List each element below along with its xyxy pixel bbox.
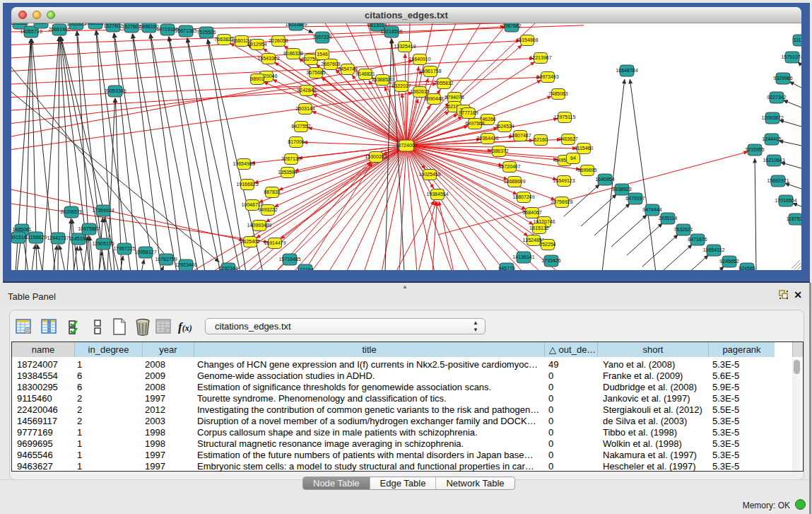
svg-text:19654985: 19654985 (233, 161, 254, 166)
svg-text:9493222: 9493222 (258, 207, 277, 212)
svg-text:11123: 11123 (794, 37, 801, 42)
svg-text:9227342: 9227342 (767, 95, 786, 100)
svg-text:7632621: 7632621 (673, 227, 693, 232)
svg-text:62160: 62160 (534, 137, 548, 142)
svg-text:10654112: 10654112 (703, 247, 725, 252)
svg-text:8938923: 8938923 (612, 187, 631, 192)
svg-text:20756928: 20756928 (551, 199, 572, 204)
svg-text:924565: 924565 (739, 266, 755, 270)
svg-text:9242848: 9242848 (297, 88, 316, 93)
svg-text:64: 64 (570, 156, 576, 160)
svg-text:18640910: 18640910 (408, 57, 430, 62)
svg-text:15720407: 15720407 (498, 164, 520, 169)
svg-text:9115460: 9115460 (575, 146, 594, 151)
svg-text:1145194: 1145194 (69, 236, 88, 241)
svg-text:8186328: 8186328 (283, 51, 302, 56)
svg-text:117164: 117164 (298, 267, 314, 270)
svg-text:9146821: 9146821 (355, 71, 375, 76)
svg-text:17359924: 17359924 (92, 208, 114, 213)
svg-text:9463627: 9463627 (558, 136, 577, 141)
svg-text:2087682: 2087682 (502, 23, 521, 28)
svg-text:16549123: 16549123 (553, 178, 575, 183)
svg-text:12213967: 12213967 (529, 55, 551, 60)
svg-text:1362615: 1362615 (410, 89, 429, 94)
svg-text:2667608: 2667608 (321, 62, 340, 66)
svg-text:20206576: 20206576 (60, 209, 82, 214)
svg-text:10975867: 10975867 (78, 226, 100, 231)
svg-text:16914479: 16914479 (264, 240, 286, 245)
svg-text:7515526: 7515526 (196, 30, 216, 35)
svg-text:15716485: 15716485 (278, 257, 300, 262)
svg-text:19166825: 19166825 (236, 182, 258, 187)
svg-text:17957225: 17957225 (113, 246, 135, 251)
svg-text:8427552: 8427552 (291, 124, 310, 129)
svg-text:6479197: 6479197 (625, 196, 645, 201)
svg-text:1527602: 1527602 (103, 23, 122, 28)
svg-text:9329966: 9329966 (773, 76, 792, 81)
svg-text:16033809: 16033809 (285, 23, 307, 27)
svg-text:7663822: 7663822 (214, 37, 233, 42)
svg-text:7386372: 7386372 (489, 148, 508, 153)
svg-text:7625402: 7625402 (240, 239, 259, 244)
svg-text:1527602: 1527602 (122, 24, 141, 29)
svg-text:11156829: 11156829 (25, 235, 47, 240)
svg-text:19384554: 19384554 (426, 192, 448, 197)
svg-text:1546: 1546 (317, 52, 328, 57)
svg-text:10688609: 10688609 (503, 179, 525, 184)
svg-text:9245652: 9245652 (719, 259, 739, 264)
svg-text:16648784: 16648784 (616, 68, 637, 73)
svg-text:19218506: 19218506 (380, 29, 402, 34)
svg-text:1353594: 1353594 (278, 170, 297, 175)
svg-text:20691406: 20691406 (48, 27, 70, 32)
svg-text:12093872: 12093872 (761, 115, 783, 120)
svg-text:16671385: 16671385 (175, 28, 196, 33)
svg-text:15300283: 15300283 (365, 154, 387, 159)
svg-text:10958127: 10958127 (134, 250, 156, 255)
svg-text:12975115: 12975115 (554, 115, 576, 119)
svg-text:9474444: 9474444 (642, 207, 661, 212)
svg-text:7357224: 7357224 (312, 35, 331, 40)
svg-text:13325419: 13325419 (394, 44, 416, 49)
svg-text:16961758: 16961758 (419, 69, 441, 74)
svg-text:817006: 817006 (288, 139, 304, 144)
svg-text:391514: 391514 (11, 235, 27, 240)
svg-text:2935114: 2935114 (659, 216, 678, 221)
svg-text:2603144: 2603144 (295, 106, 314, 111)
svg-text:12505135: 12505135 (92, 241, 114, 246)
svg-text:9699695: 9699695 (577, 168, 596, 173)
svg-text:1640954: 1640954 (595, 177, 614, 182)
svg-text:1485061: 1485061 (12, 227, 31, 232)
svg-text:140993489: 140993489 (247, 223, 271, 228)
svg-text:3267130: 3267130 (281, 156, 300, 161)
svg-text:3675685: 3675685 (306, 70, 325, 75)
svg-text:10973493: 10973493 (536, 74, 558, 79)
svg-text:7485063: 7485063 (548, 91, 567, 96)
svg-text:15692971: 15692971 (767, 178, 789, 183)
svg-text:8990448: 8990448 (424, 96, 443, 101)
svg-text:18724007: 18724007 (395, 143, 417, 148)
svg-text:16154808: 16154808 (516, 37, 538, 42)
svg-text:17016504: 17016504 (775, 198, 796, 203)
svg-text:8454749: 8454749 (338, 66, 357, 71)
svg-text:6794078: 6794078 (445, 95, 464, 100)
svg-text:1903557: 1903557 (11, 23, 30, 25)
svg-text:14136141: 14136141 (512, 255, 534, 259)
svg-text:7955812: 7955812 (434, 81, 453, 86)
svg-text:1733426: 1733426 (541, 258, 560, 263)
svg-text:8912954: 8912954 (247, 42, 266, 47)
svg-text:2226058: 2226058 (269, 38, 288, 43)
svg-text:10807487: 10807487 (509, 133, 531, 138)
svg-text:2069: 2069 (35, 23, 47, 25)
svg-text:8813014: 8813014 (367, 23, 387, 28)
svg-text:1065325: 1065325 (66, 23, 86, 26)
svg-text:3215955: 3215955 (745, 147, 764, 152)
svg-text:12942737: 12942737 (47, 235, 69, 240)
svg-text:15751074: 15751074 (781, 54, 801, 59)
svg-text:1615132: 1615132 (529, 226, 548, 230)
svg-text:14055713: 14055713 (20, 29, 42, 34)
svg-text:1292344: 1292344 (218, 266, 237, 270)
svg-text:98901: 98901 (250, 76, 264, 81)
svg-text:945779: 945779 (498, 266, 514, 270)
svg-text:20053346: 20053346 (104, 88, 126, 93)
svg-text:16210643: 16210643 (763, 158, 784, 163)
